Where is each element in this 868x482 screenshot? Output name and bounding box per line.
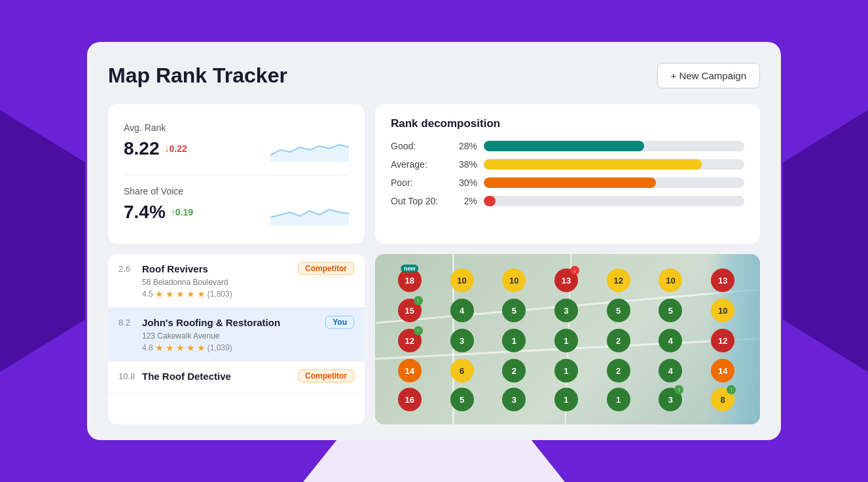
rank-dot: 1 <box>554 388 578 411</box>
star-icon: ★ <box>176 289 185 299</box>
competitor-item[interactable]: 10.8 The Roof Detective Competitor <box>108 362 365 394</box>
competitor-item[interactable]: 8.2 John's Roofing & Restoration You 123… <box>108 308 365 362</box>
avg-rank-block: Avg. Rank 8.22 ↓0.22 <box>124 117 349 167</box>
comp-stars: 4.5 ★★★★★ (1,803) <box>142 289 354 299</box>
bar-label: Out Top 20: <box>391 196 450 206</box>
rank-dot: 10 <box>450 269 474 292</box>
bar-label: Average: <box>391 159 450 170</box>
star-icon: ★ <box>155 343 164 353</box>
comp-rank: 10.8 <box>118 371 137 381</box>
star-icon: ★ <box>166 343 174 353</box>
bar-track <box>484 196 744 206</box>
main-card: Map Rank Tracker + New Campaign Avg. Ran… <box>87 42 781 440</box>
bar-pct: 30% <box>450 177 477 188</box>
bar-pct: 2% <box>450 196 477 206</box>
competitors-panel: 2.6 Roof Revivers Competitor 58 Beladonn… <box>108 254 365 424</box>
new-badge: new <box>401 265 419 272</box>
rank-dot: 12 <box>607 269 630 292</box>
share-of-voice-block: Share of Voice 7.4% ↑0.19 <box>124 175 349 231</box>
rank-dot: 12 <box>711 329 734 352</box>
bar-track <box>484 177 744 188</box>
rank-dot: 13↓ <box>554 269 578 292</box>
svg-marker-1 <box>270 210 349 225</box>
bg-shape-left <box>0 110 85 372</box>
bar-label: Good: <box>391 141 450 151</box>
rank-dot: 5 <box>607 299 630 322</box>
rank-dot: 4 <box>659 329 682 352</box>
rank-dot: 10 <box>659 269 682 292</box>
comp-badge: Competitor <box>298 369 354 382</box>
bar-fill <box>484 196 496 206</box>
star-icon: ★ <box>187 289 195 299</box>
rank-dot: 2 <box>502 359 526 382</box>
rank-dot: 1 <box>554 359 578 382</box>
rank-dot: 15↑ <box>398 299 422 322</box>
arrow-up-icon: ↑ <box>727 385 736 394</box>
rank-dot: 3 <box>450 329 474 352</box>
comp-name: The Roof Detective <box>142 371 293 382</box>
rank-dot: 3 <box>554 299 578 322</box>
svg-marker-0 <box>270 145 349 162</box>
comp-badge: Competitor <box>298 262 354 275</box>
rank-dot: 3↑ <box>659 388 682 411</box>
rank-dot: 6 <box>450 359 474 382</box>
comp-rank: 2.6 <box>118 264 137 274</box>
arrow-up-icon: ↑ <box>414 326 423 335</box>
rank-dot: 5 <box>502 299 526 322</box>
rank-dot: 4 <box>450 299 474 322</box>
review-count: (1,803) <box>208 289 232 299</box>
page-title: Map Rank Tracker <box>108 64 287 88</box>
rating-value: 4.5 <box>142 289 153 299</box>
new-campaign-button[interactable]: + New Campaign <box>657 63 760 88</box>
bar-fill <box>484 177 656 188</box>
stats-panel: Avg. Rank 8.22 ↓0.22 Share of Voice <box>108 104 365 244</box>
rank-dot: 5 <box>659 299 682 322</box>
rank-dot: 5 <box>450 388 474 411</box>
competitor-item[interactable]: 2.6 Roof Revivers Competitor 58 Beladonn… <box>108 254 365 308</box>
map-grid-overlay: 18new101013↓12101315↑453551012↑311241214… <box>375 254 760 424</box>
bar-row: Out Top 20: 2% <box>391 196 744 206</box>
avg-rank-label: Avg. Rank <box>124 122 349 133</box>
bar-track <box>484 141 744 151</box>
background-wrapper: Map Rank Tracker + New Campaign Avg. Ran… <box>0 0 868 482</box>
star-icon: ★ <box>166 289 174 299</box>
bg-shape-right <box>783 110 868 372</box>
rating-value: 4.8 <box>142 343 153 352</box>
share-of-voice-value: 7.4% <box>124 202 166 223</box>
avg-rank-value-row: 8.22 ↓0.22 <box>124 136 349 162</box>
comp-address: 58 Beladonna Boulevard <box>142 278 354 287</box>
avg-rank-inline: 8.22 ↓0.22 <box>124 138 187 159</box>
rank-dot: 16 <box>398 388 422 411</box>
comp-rank: 8.2 <box>118 318 137 327</box>
rank-decomp-title: Rank decomposition <box>391 117 744 130</box>
comp-name: Roof Revivers <box>142 263 293 274</box>
rank-dot: 2 <box>607 359 630 382</box>
rank-dot: 1 <box>502 329 526 352</box>
star-icon: ★ <box>187 343 195 353</box>
comp-top-row: 10.8 The Roof Detective Competitor <box>118 369 354 382</box>
arrow-down-icon: ↓ <box>570 266 579 275</box>
rank-dot: 2 <box>607 329 630 352</box>
comp-name: John's Roofing & Restoration <box>142 317 320 328</box>
rank-dot: 13 <box>711 269 734 292</box>
map-panel: 18new101013↓12101315↑453551012↑311241214… <box>375 254 760 424</box>
star-icon: ★ <box>176 343 185 353</box>
rank-dot: 14 <box>711 359 734 382</box>
share-of-voice-change: ↑0.19 <box>171 207 193 217</box>
rank-dot: 1 <box>554 329 578 352</box>
avg-rank-chart <box>270 136 349 162</box>
rank-dot: 12↑ <box>398 329 422 352</box>
bars-container: Good: 28% Average: 38% Poor: 30% Out Top… <box>391 141 744 206</box>
rank-decomp-panel: Rank decomposition Good: 28% Average: 38… <box>375 104 760 244</box>
comp-top-row: 8.2 John's Roofing & Restoration You <box>118 316 354 329</box>
arrow-up-icon: ↑ <box>414 296 423 305</box>
share-of-voice-inline: 7.4% ↑0.19 <box>124 202 193 223</box>
bar-row: Average: 38% <box>391 159 744 170</box>
bottom-row: 2.6 Roof Revivers Competitor 58 Beladonn… <box>108 254 760 424</box>
bar-row: Poor: 30% <box>391 177 744 188</box>
star-icon: ★ <box>155 289 164 299</box>
top-row: Avg. Rank 8.22 ↓0.22 Share of Voice <box>108 104 760 244</box>
rank-dot: 4 <box>659 359 682 382</box>
bar-label: Poor: <box>391 177 450 188</box>
share-of-voice-label: Share of Voice <box>124 186 349 196</box>
